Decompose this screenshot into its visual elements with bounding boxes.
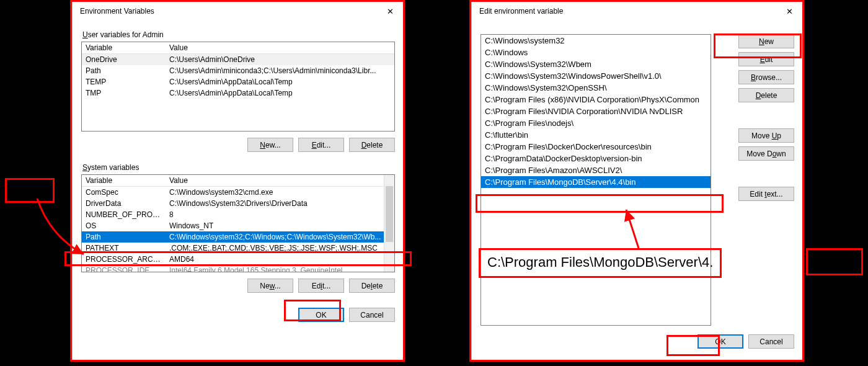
move-down-button[interactable]: Move Down — [738, 146, 794, 161]
cancel-button[interactable]: Cancel — [748, 334, 794, 349]
column-header-value[interactable]: Value — [166, 42, 394, 53]
edit-environment-variable-dialog: Edit environment variable ✕ C:\Windows\s… — [471, 1, 804, 361]
system-variables-listbox[interactable]: Variable Value ComSpec C:\Windows\system… — [81, 174, 395, 272]
column-header-variable[interactable]: Variable — [82, 175, 166, 186]
table-row[interactable]: PATHEXT .COM;.EXE;.BAT;.CMD;.VBS;.VBE;.J… — [82, 243, 394, 254]
move-up-button[interactable]: Move Up — [738, 128, 794, 143]
column-header-value[interactable]: Value — [166, 175, 394, 186]
user-edit-button[interactable]: Edit... — [298, 138, 344, 152]
user-variables-listbox[interactable]: Variable Value OneDrive C:\Users\Admin\O… — [81, 42, 395, 132]
list-item[interactable]: C:\Program Files\nodejs\ — [481, 117, 711, 129]
dialog-title: Edit environment variable — [479, 7, 563, 16]
environment-variables-dialog: Environment Variables ✕ User variables f… — [72, 1, 404, 361]
list-item[interactable]: C:\Program Files\Amazon\AWSCLIV2\ — [481, 164, 711, 176]
table-row[interactable]: OS Windows_NT — [82, 220, 394, 231]
list-item[interactable]: C:\Program Files\Docker\Docker\resources… — [481, 141, 711, 153]
list-item[interactable]: C:\ProgramData\DockerDesktop\version-bin — [481, 153, 711, 164]
path-listbox[interactable]: C:\Windows\system32 C:\Windows C:\Window… — [480, 34, 711, 326]
table-row[interactable]: TMP C:\Users\Admin\AppData\Local\Temp — [82, 87, 394, 99]
column-header-variable[interactable]: Variable — [82, 42, 166, 53]
table-row[interactable]: OneDrive C:\Users\Admin\OneDrive — [82, 54, 394, 65]
system-delete-button[interactable]: Delete — [349, 279, 395, 293]
table-row[interactable]: ComSpec C:\Windows\system32\cmd.exe — [82, 187, 394, 198]
annotation-marker — [5, 178, 55, 203]
ok-button[interactable]: OK — [298, 308, 344, 322]
annotation-marker — [806, 248, 863, 275]
list-item[interactable]: C:\Windows\system32 — [481, 35, 711, 47]
list-item[interactable]: C:\Program Files\NVIDIA Corporation\NVID… — [481, 105, 711, 117]
delete-button[interactable]: Delete — [738, 88, 794, 102]
table-row[interactable]: NUMBER_OF_PROCESSORS 8 — [82, 209, 394, 220]
annotation-text: C:\Program Files\MongoDB\Server\4. — [487, 254, 713, 270]
close-button[interactable]: ✕ — [376, 2, 404, 20]
system-new-button[interactable]: New... — [247, 279, 293, 293]
ok-button[interactable]: OK — [698, 334, 743, 349]
list-item[interactable]: C:\Windows\System32\WindowsPowerShell\v1… — [481, 70, 711, 82]
close-button[interactable]: ✕ — [776, 2, 803, 20]
titlebar: Edit environment variable ✕ — [472, 2, 803, 20]
list-item[interactable]: C:\flutter\bin — [481, 129, 711, 141]
dialog-title: Environment Variables — [80, 7, 154, 16]
system-variables-label: System variables — [82, 163, 395, 172]
user-new-button[interactable]: New... — [247, 138, 293, 152]
cancel-button[interactable]: Cancel — [349, 308, 395, 322]
table-row[interactable]: Path C:\Users\Admin\miniconda3;C:\Users\… — [82, 65, 394, 76]
table-row[interactable]: PROCESSOR_IDENTIFIER Intel64 Family 6 Mo… — [82, 265, 394, 272]
user-variables-label: User variables for Admin — [82, 30, 395, 39]
edit-button[interactable]: Edit — [738, 52, 794, 66]
list-item[interactable]: C:\Windows\System32\Wbem — [481, 58, 711, 70]
edit-text-button[interactable]: Edit text... — [738, 187, 794, 201]
table-row[interactable]: DriverData C:\Windows\System32\Drivers\D… — [82, 198, 394, 209]
table-row[interactable]: Path C:\Windows\system32;C:\Windows;C:\W… — [82, 231, 394, 243]
table-row[interactable]: PROCESSOR_ARCHITECTU... AMD64 — [82, 254, 394, 265]
system-edit-button[interactable]: Edit... — [298, 279, 344, 293]
table-row[interactable]: TEMP C:\Users\Admin\AppData\Local\Temp — [82, 76, 394, 87]
list-item[interactable]: C:\Program Files (x86)\NVIDIA Corporatio… — [481, 94, 711, 105]
browse-button[interactable]: Browse... — [738, 70, 794, 84]
scrollbar-thumb[interactable] — [386, 186, 393, 242]
titlebar: Environment Variables ✕ — [73, 2, 404, 20]
list-item[interactable]: C:\Windows — [481, 47, 711, 58]
new-button[interactable]: New — [738, 34, 794, 48]
list-item[interactable]: C:\Windows\System32\OpenSSH\ — [481, 82, 711, 94]
scrollbar[interactable] — [384, 175, 394, 272]
user-delete-button[interactable]: Delete — [349, 138, 395, 152]
list-item[interactable]: C:\Program Files\MongoDB\Server\4.4\bin — [481, 176, 711, 188]
